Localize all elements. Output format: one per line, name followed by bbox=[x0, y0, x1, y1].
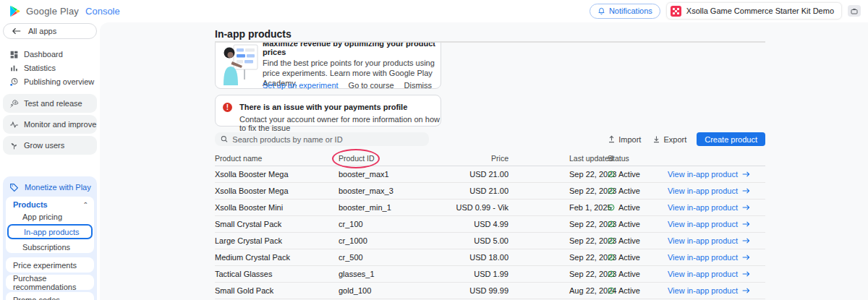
sidebar-item-test-and-release[interactable]: Test and release bbox=[3, 94, 97, 113]
sidebar-item-subscriptions[interactable]: Subscriptions bbox=[6, 241, 94, 253]
products-group-header[interactable]: Products ⌃ bbox=[6, 197, 94, 210]
go-to-course-link[interactable]: Go to course bbox=[349, 81, 394, 90]
cell-product-name: Medium Crystal Pack bbox=[215, 253, 290, 262]
cell-last-updated: Feb 1, 2025 bbox=[569, 203, 612, 212]
search-input[interactable] bbox=[232, 135, 423, 144]
sidebar-item-label: Publishing overview bbox=[24, 77, 94, 86]
sidebar-item-in-app-products[interactable]: In-app products bbox=[7, 224, 93, 239]
sidebar-section-monetize: Monetize with Play Products ⌃ App pricin… bbox=[3, 176, 97, 300]
view-in-app-product-link[interactable]: View in-app product bbox=[668, 170, 750, 179]
cell-product-name: Xsolla Booster Mega bbox=[215, 187, 289, 195]
view-in-app-product-link[interactable]: View in-app product bbox=[668, 270, 750, 278]
sidebar-item-grow-users[interactable]: Grow users bbox=[3, 136, 97, 155]
sidebar-item-monitor-and-improve[interactable]: Monitor and improve bbox=[3, 115, 97, 134]
grow-icon bbox=[9, 141, 19, 150]
cell-product-name: Small Crystal Pack bbox=[215, 220, 281, 228]
topbar-right: Notifications Xsolla Game Commerce Start… bbox=[590, 2, 868, 20]
status-label: Active bbox=[618, 286, 640, 295]
all-apps-button[interactable]: All apps bbox=[3, 23, 97, 39]
table-row[interactable]: Small Crystal Pack cr_100 USD 4.99 Sep 2… bbox=[215, 216, 765, 233]
table-row[interactable]: Xsolla Booster Mega booster_max1 USD 21.… bbox=[215, 166, 765, 183]
set-up-experiment-link[interactable]: Set up an experiment bbox=[263, 81, 339, 90]
cell-status: Active bbox=[608, 286, 640, 295]
upload-icon bbox=[608, 135, 616, 143]
cell-status: Active bbox=[608, 270, 640, 278]
table-row[interactable]: Xsolla Booster Mini booster_min_1 USD 0.… bbox=[215, 200, 765, 216]
play-console-app: Google PlayConsole Notifications Xsolla … bbox=[0, 0, 868, 300]
create-product-button[interactable]: Create product bbox=[697, 132, 765, 146]
cell-product-id: glasses_1 bbox=[339, 270, 375, 278]
sidebar-item-publishing-overview[interactable]: Publishing overview bbox=[0, 75, 100, 88]
brand-text: Google Play bbox=[26, 6, 79, 17]
active-check-icon bbox=[608, 237, 615, 244]
status-label: Active bbox=[618, 203, 640, 212]
cell-product-name: Xsolla Booster Mini bbox=[215, 203, 283, 212]
products-group: Products ⌃ App pricing In-app products S… bbox=[6, 197, 94, 253]
table-row[interactable]: Medium Crystal Pack cr_500 USD 18.00 Sep… bbox=[215, 249, 765, 266]
table-row[interactable]: Tactical Glasses glasses_1 USD 1.99 Sep … bbox=[215, 266, 765, 283]
import-button[interactable]: Import bbox=[608, 135, 641, 144]
cell-product-id: gold_100 bbox=[339, 286, 371, 295]
cell-status: Active bbox=[608, 220, 640, 228]
cell-price: USD 18.00 bbox=[469, 253, 509, 262]
cell-price: USD 21.00 bbox=[469, 170, 509, 179]
sidebar-item-dashboard[interactable]: Dashboard bbox=[0, 48, 100, 61]
cell-product-id: booster_max_3 bbox=[339, 187, 393, 195]
sidebar-item-label: Dashboard bbox=[24, 50, 63, 59]
search-icon bbox=[221, 135, 228, 143]
cell-price: USD 5.00 bbox=[474, 236, 509, 245]
table-row[interactable]: Xsolla Booster Mega booster_max_3 USD 21… bbox=[215, 183, 765, 200]
sidebar-item-promo-codes[interactable]: Promo codes bbox=[6, 292, 94, 300]
bell-icon bbox=[597, 7, 605, 15]
sidebar-item-price-experiments[interactable]: Price experiments bbox=[6, 257, 94, 273]
status-label: Active bbox=[618, 253, 640, 262]
promo-card: Maximize revenue by optimizing your prod… bbox=[215, 41, 441, 89]
google-play-console-logo[interactable]: Google PlayConsole bbox=[9, 5, 120, 17]
cell-product-name: Tactical Glasses bbox=[215, 270, 272, 278]
arrow-right-icon bbox=[742, 187, 750, 194]
dismiss-link[interactable]: Dismiss bbox=[404, 81, 433, 90]
account-avatar[interactable] bbox=[848, 5, 861, 17]
cell-status: Active bbox=[608, 187, 640, 195]
promo-actions: Set up an experiment Go to course Dismis… bbox=[263, 81, 432, 90]
cell-price: USD 0.99 - Vik bbox=[456, 203, 509, 212]
view-in-app-product-link[interactable]: View in-app product bbox=[668, 286, 750, 295]
sidebar-item-label: Statistics bbox=[24, 64, 56, 72]
notifications-button[interactable]: Notifications bbox=[590, 4, 660, 19]
app-selector[interactable]: Xsolla Game Commerce Starter Kit Demo bbox=[666, 2, 842, 20]
payments-alert-card: ! There is an issue with your payments p… bbox=[215, 95, 441, 127]
products-table-body: Xsolla Booster Mega booster_max1 USD 21.… bbox=[215, 166, 765, 299]
pulse-icon bbox=[9, 120, 19, 129]
cell-product-id: cr_500 bbox=[339, 253, 363, 262]
cell-price: USD 4.99 bbox=[474, 220, 509, 228]
promo-title: Maximize revenue by optimizing your prod… bbox=[263, 41, 436, 56]
play-logo-icon bbox=[9, 5, 21, 17]
products-group-label: Products bbox=[13, 200, 48, 209]
view-in-app-product-link[interactable]: View in-app product bbox=[668, 253, 750, 262]
view-in-app-product-link[interactable]: View in-app product bbox=[668, 187, 750, 195]
download-icon bbox=[652, 135, 660, 143]
sidebar-item-purchase-recommendations[interactable]: Purchase recommendations bbox=[6, 275, 94, 290]
sidebar-item-app-pricing[interactable]: App pricing bbox=[6, 210, 94, 223]
cell-price: USD 21.00 bbox=[469, 187, 509, 195]
view-in-app-product-link[interactable]: View in-app product bbox=[668, 220, 750, 228]
table-row[interactable]: Small Gold Pack gold_100 USD 99.99 Aug 2… bbox=[215, 283, 765, 299]
product-text: Console bbox=[85, 6, 120, 17]
back-arrow-icon bbox=[12, 27, 21, 35]
rocket-icon bbox=[9, 99, 19, 108]
table-row[interactable]: Large Crystal Pack cr_1000 USD 5.00 Sep … bbox=[215, 233, 765, 249]
view-in-app-product-link[interactable]: View in-app product bbox=[668, 236, 750, 245]
main-content: In-app products Maxim bbox=[100, 22, 868, 300]
cell-product-name: Large Crystal Pack bbox=[215, 236, 282, 245]
active-check-icon bbox=[608, 270, 615, 278]
cell-product-id: cr_100 bbox=[339, 220, 363, 228]
export-button[interactable]: Export bbox=[652, 135, 686, 144]
view-in-app-product-link[interactable]: View in-app product bbox=[668, 203, 750, 212]
page-title: In-app products bbox=[215, 28, 292, 40]
sidebar-item-label: Monitor and improve bbox=[24, 120, 96, 129]
sidebar-item-monetize-with-play[interactable]: Monetize with Play bbox=[3, 179, 97, 196]
search-box bbox=[215, 132, 429, 146]
cell-price: USD 99.99 bbox=[469, 286, 509, 295]
toolbar: Import Export Create product bbox=[215, 132, 765, 146]
sidebar-item-statistics[interactable]: Statistics bbox=[0, 61, 100, 74]
